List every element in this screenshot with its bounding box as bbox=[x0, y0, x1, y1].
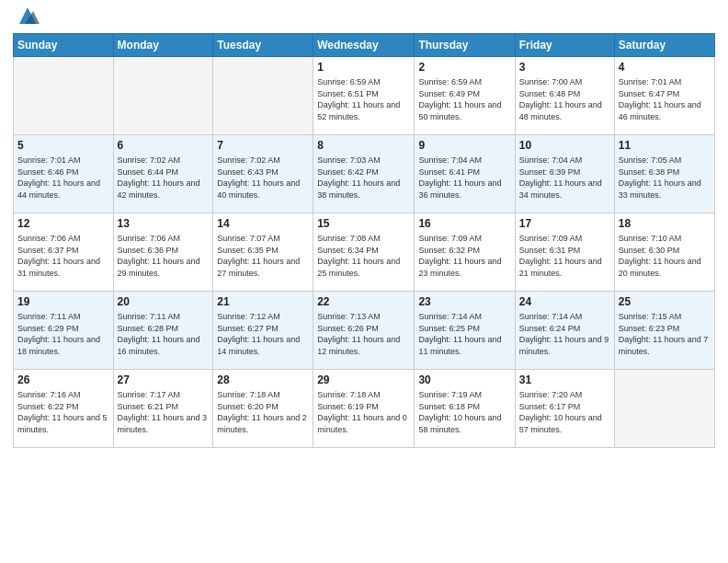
day-info: Sunrise: 7:11 AM Sunset: 6:28 PM Dayligh… bbox=[118, 311, 210, 357]
day-number: 20 bbox=[118, 294, 210, 309]
day-info: Sunrise: 7:18 AM Sunset: 6:19 PM Dayligh… bbox=[317, 389, 410, 435]
day-info: Sunrise: 7:03 AM Sunset: 6:42 PM Dayligh… bbox=[317, 155, 410, 201]
day-info: Sunrise: 6:59 AM Sunset: 6:51 PM Dayligh… bbox=[317, 76, 410, 122]
day-number: 19 bbox=[17, 294, 109, 309]
day-number: 18 bbox=[619, 216, 711, 231]
day-cell: 29Sunrise: 7:18 AM Sunset: 6:19 PM Dayli… bbox=[313, 370, 415, 448]
day-cell: 25Sunrise: 7:15 AM Sunset: 6:23 PM Dayli… bbox=[614, 292, 714, 370]
day-cell: 20Sunrise: 7:11 AM Sunset: 6:28 PM Dayli… bbox=[113, 292, 213, 370]
day-cell: 18Sunrise: 7:10 AM Sunset: 6:30 PM Dayli… bbox=[614, 213, 714, 292]
day-cell: 28Sunrise: 7:18 AM Sunset: 6:20 PM Dayli… bbox=[213, 370, 313, 448]
day-number: 25 bbox=[619, 294, 711, 309]
day-number: 10 bbox=[519, 138, 610, 153]
day-cell: 26Sunrise: 7:16 AM Sunset: 6:22 PM Dayli… bbox=[14, 370, 114, 448]
day-number: 8 bbox=[317, 138, 410, 153]
day-cell bbox=[614, 370, 714, 448]
day-cell bbox=[213, 57, 313, 135]
day-cell bbox=[113, 57, 213, 135]
day-cell: 16Sunrise: 7:09 AM Sunset: 6:32 PM Dayli… bbox=[415, 213, 515, 292]
week-row-1: 5Sunrise: 7:01 AM Sunset: 6:46 PM Daylig… bbox=[14, 135, 715, 213]
day-cell: 8Sunrise: 7:03 AM Sunset: 6:42 PM Daylig… bbox=[313, 135, 415, 213]
week-row-0: 1Sunrise: 6:59 AM Sunset: 6:51 PM Daylig… bbox=[14, 57, 715, 135]
day-cell: 27Sunrise: 7:17 AM Sunset: 6:21 PM Dayli… bbox=[113, 370, 213, 448]
day-number: 21 bbox=[217, 294, 309, 309]
day-cell: 9Sunrise: 7:04 AM Sunset: 6:41 PM Daylig… bbox=[415, 135, 515, 213]
day-number: 29 bbox=[317, 373, 410, 387]
day-cell bbox=[14, 57, 114, 135]
week-row-4: 26Sunrise: 7:16 AM Sunset: 6:22 PM Dayli… bbox=[14, 370, 715, 448]
day-info: Sunrise: 7:14 AM Sunset: 6:24 PM Dayligh… bbox=[519, 311, 610, 357]
day-info: Sunrise: 7:20 AM Sunset: 6:17 PM Dayligh… bbox=[519, 389, 610, 435]
day-cell: 12Sunrise: 7:06 AM Sunset: 6:37 PM Dayli… bbox=[14, 213, 114, 292]
day-info: Sunrise: 7:10 AM Sunset: 6:30 PM Dayligh… bbox=[619, 233, 711, 279]
weekday-header-saturday: Saturday bbox=[614, 34, 714, 57]
day-info: Sunrise: 7:02 AM Sunset: 6:44 PM Dayligh… bbox=[118, 155, 210, 201]
logo-icon bbox=[16, 4, 40, 28]
day-info: Sunrise: 7:11 AM Sunset: 6:29 PM Dayligh… bbox=[17, 311, 109, 357]
day-number: 3 bbox=[519, 60, 610, 75]
day-info: Sunrise: 7:00 AM Sunset: 6:48 PM Dayligh… bbox=[519, 76, 610, 122]
day-number: 7 bbox=[217, 138, 309, 153]
calendar-table: SundayMondayTuesdayWednesdayThursdayFrid… bbox=[13, 33, 715, 448]
day-cell: 31Sunrise: 7:20 AM Sunset: 6:17 PM Dayli… bbox=[515, 370, 614, 448]
day-info: Sunrise: 7:16 AM Sunset: 6:22 PM Dayligh… bbox=[17, 389, 109, 435]
day-info: Sunrise: 7:07 AM Sunset: 6:35 PM Dayligh… bbox=[217, 233, 309, 279]
day-cell: 3Sunrise: 7:00 AM Sunset: 6:48 PM Daylig… bbox=[515, 57, 614, 135]
day-info: Sunrise: 7:04 AM Sunset: 6:41 PM Dayligh… bbox=[418, 155, 510, 201]
day-info: Sunrise: 7:01 AM Sunset: 6:46 PM Dayligh… bbox=[17, 155, 109, 201]
day-number: 12 bbox=[17, 216, 109, 231]
logo bbox=[13, 11, 40, 28]
day-number: 16 bbox=[418, 216, 510, 231]
day-info: Sunrise: 7:05 AM Sunset: 6:38 PM Dayligh… bbox=[619, 155, 711, 201]
day-info: Sunrise: 7:14 AM Sunset: 6:25 PM Dayligh… bbox=[418, 311, 510, 357]
day-number: 6 bbox=[118, 138, 210, 153]
day-info: Sunrise: 7:12 AM Sunset: 6:27 PM Dayligh… bbox=[217, 311, 309, 357]
day-info: Sunrise: 7:06 AM Sunset: 6:37 PM Dayligh… bbox=[17, 233, 109, 279]
day-info: Sunrise: 7:19 AM Sunset: 6:18 PM Dayligh… bbox=[418, 389, 510, 435]
day-number: 5 bbox=[17, 138, 109, 153]
day-info: Sunrise: 7:08 AM Sunset: 6:34 PM Dayligh… bbox=[317, 233, 410, 279]
day-cell: 30Sunrise: 7:19 AM Sunset: 6:18 PM Dayli… bbox=[415, 370, 515, 448]
day-cell: 4Sunrise: 7:01 AM Sunset: 6:47 PM Daylig… bbox=[614, 57, 714, 135]
weekday-header-tuesday: Tuesday bbox=[213, 34, 313, 57]
day-info: Sunrise: 7:09 AM Sunset: 6:31 PM Dayligh… bbox=[519, 233, 610, 279]
day-cell: 24Sunrise: 7:14 AM Sunset: 6:24 PM Dayli… bbox=[515, 292, 614, 370]
day-number: 11 bbox=[619, 138, 711, 153]
day-number: 4 bbox=[619, 60, 711, 75]
day-cell: 6Sunrise: 7:02 AM Sunset: 6:44 PM Daylig… bbox=[113, 135, 213, 213]
day-info: Sunrise: 7:18 AM Sunset: 6:20 PM Dayligh… bbox=[217, 389, 309, 435]
day-number: 26 bbox=[17, 373, 109, 387]
day-cell: 19Sunrise: 7:11 AM Sunset: 6:29 PM Dayli… bbox=[14, 292, 114, 370]
day-number: 28 bbox=[217, 373, 309, 387]
day-cell: 11Sunrise: 7:05 AM Sunset: 6:38 PM Dayli… bbox=[614, 135, 714, 213]
day-number: 31 bbox=[519, 373, 610, 387]
day-number: 14 bbox=[217, 216, 309, 231]
day-cell: 13Sunrise: 7:06 AM Sunset: 6:36 PM Dayli… bbox=[113, 213, 213, 292]
day-cell: 17Sunrise: 7:09 AM Sunset: 6:31 PM Dayli… bbox=[515, 213, 614, 292]
day-info: Sunrise: 7:04 AM Sunset: 6:39 PM Dayligh… bbox=[519, 155, 610, 201]
day-number: 1 bbox=[317, 60, 410, 75]
weekday-header-row: SundayMondayTuesdayWednesdayThursdayFrid… bbox=[14, 34, 715, 57]
day-info: Sunrise: 7:15 AM Sunset: 6:23 PM Dayligh… bbox=[619, 311, 711, 357]
day-cell: 10Sunrise: 7:04 AM Sunset: 6:39 PM Dayli… bbox=[515, 135, 614, 213]
weekday-header-wednesday: Wednesday bbox=[313, 34, 415, 57]
day-number: 30 bbox=[418, 373, 510, 387]
day-number: 15 bbox=[317, 216, 410, 231]
day-info: Sunrise: 7:01 AM Sunset: 6:47 PM Dayligh… bbox=[619, 76, 711, 122]
day-number: 23 bbox=[418, 294, 510, 309]
day-number: 13 bbox=[118, 216, 210, 231]
day-cell: 14Sunrise: 7:07 AM Sunset: 6:35 PM Dayli… bbox=[213, 213, 313, 292]
day-info: Sunrise: 7:13 AM Sunset: 6:26 PM Dayligh… bbox=[317, 311, 410, 357]
day-cell: 22Sunrise: 7:13 AM Sunset: 6:26 PM Dayli… bbox=[313, 292, 415, 370]
day-cell: 23Sunrise: 7:14 AM Sunset: 6:25 PM Dayli… bbox=[415, 292, 515, 370]
week-row-2: 12Sunrise: 7:06 AM Sunset: 6:37 PM Dayli… bbox=[14, 213, 715, 292]
weekday-header-friday: Friday bbox=[515, 34, 614, 57]
day-number: 17 bbox=[519, 216, 610, 231]
day-cell: 2Sunrise: 6:59 AM Sunset: 6:49 PM Daylig… bbox=[415, 57, 515, 135]
day-number: 9 bbox=[418, 138, 510, 153]
day-info: Sunrise: 7:17 AM Sunset: 6:21 PM Dayligh… bbox=[118, 389, 210, 435]
day-cell: 5Sunrise: 7:01 AM Sunset: 6:46 PM Daylig… bbox=[14, 135, 114, 213]
day-number: 27 bbox=[118, 373, 210, 387]
day-cell: 7Sunrise: 7:02 AM Sunset: 6:43 PM Daylig… bbox=[213, 135, 313, 213]
header bbox=[13, 9, 715, 28]
